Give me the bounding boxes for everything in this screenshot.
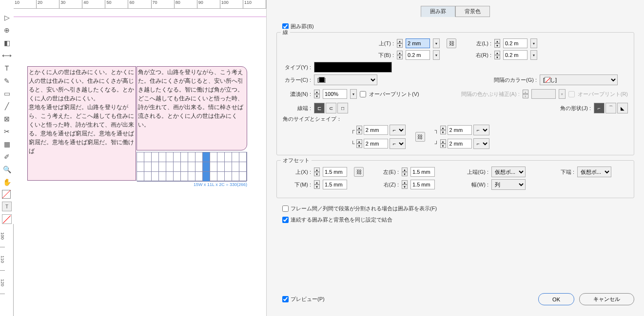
dialog-footer: プレビュー(P) OK キャンセル <box>276 288 634 310</box>
corner-miter[interactable]: ⌐ <box>594 103 605 113</box>
label-corner-shape: 角の形状(J) <box>560 105 591 112</box>
corner-br-shape[interactable]: ⌐ <box>473 138 489 149</box>
off-z-input[interactable] <box>410 180 435 189</box>
label-noudo: 濃淡(N) <box>283 91 311 98</box>
pen-tool[interactable]: ✎ <box>2 76 12 86</box>
corner-bl-icon: └ <box>351 141 355 147</box>
canvas-area[interactable]: とかくに人の世は住みにくい。とかくに人の世は住みにくい。住みにくさが高じると、安… <box>14 9 266 316</box>
ok-button[interactable]: OK <box>538 293 574 305</box>
continuous-label: 連続する囲み罫と背景色を同じ設定で結合 <box>291 216 392 223</box>
offset-fieldset: オフセット 上(X) ▲▼ ⛓ 左(E) ▲▼ 上端(G) 仮想ボ... 下端 … <box>276 160 634 198</box>
fill-stroke-swatch[interactable] <box>2 190 11 199</box>
left-spinner[interactable]: ▲▼ <box>494 39 500 48</box>
label-right: 右(R) <box>463 52 491 59</box>
eyedropper-tool[interactable]: ✐ <box>2 152 12 162</box>
corner-bevel[interactable]: ◣ <box>617 103 628 113</box>
noudo-dd[interactable]: ▼ <box>350 89 357 99</box>
top-spinner[interactable]: ▲▼ <box>397 39 403 48</box>
right-spinner[interactable]: ▲▼ <box>494 51 500 59</box>
rectangle-tool[interactable]: ▭ <box>2 89 12 98</box>
left-dd[interactable]: ▼ <box>530 38 537 48</box>
right-input[interactable] <box>503 50 527 60</box>
off-w-select[interactable]: 列 <box>491 179 526 190</box>
corner-tl-input[interactable] <box>364 125 388 135</box>
off-m-spinner[interactable]: ▲▼ <box>314 180 320 189</box>
corner-tr-shape[interactable]: ⌐ <box>473 125 489 135</box>
overprint-checkbox[interactable] <box>360 91 366 97</box>
preview-checkbox[interactable] <box>282 296 289 302</box>
corner-bl-shape[interactable]: ⌐ <box>390 138 406 149</box>
off-x-input[interactable] <box>323 167 347 177</box>
label-off-w: 幅(W) <box>460 181 488 188</box>
lineend-round[interactable]: ⊂ <box>326 103 336 113</box>
scissors-tool[interactable]: ✂ <box>2 127 12 136</box>
lineend-project[interactable]: □ <box>337 103 348 113</box>
top-input[interactable] <box>406 38 430 48</box>
corner-br-icon: ┘ <box>435 141 439 147</box>
line-tool[interactable]: ╱ <box>2 101 12 111</box>
corner-shape-group: ⌐ ⌒ ◣ <box>594 103 628 113</box>
corner-br-spinner[interactable]: ▲▼ <box>440 139 446 148</box>
bottom-spinner[interactable]: ▲▼ <box>397 51 403 59</box>
gap-tool[interactable]: ⟷ <box>2 51 12 60</box>
corner-tl-spinner[interactable]: ▲▼ <box>356 126 362 134</box>
gradient-tool[interactable]: ▦ <box>2 139 12 149</box>
stroke-fieldset: 線 上(T) ▲▼ ▼ ⛓ 左(L) ▲▼ ▼ 下(B) ▲▼ ▼ 右(R) ▲… <box>276 32 634 155</box>
left-input[interactable] <box>503 38 527 48</box>
tab-bgcolor[interactable]: 背景色 <box>455 6 490 17</box>
label-type: タイプ(Y) <box>283 64 311 71</box>
off-e-input[interactable] <box>410 167 435 177</box>
direct-select-tool[interactable]: ⊕ <box>2 25 12 35</box>
link-stroke-icon[interactable]: ⛓ <box>447 38 456 48</box>
offset-legend: オフセット <box>281 157 312 164</box>
type-select[interactable]: ━━━━━━━━ <box>314 62 392 73</box>
off-z-spinner[interactable]: ▲▼ <box>402 180 408 189</box>
type-tool[interactable]: T <box>2 63 12 73</box>
kakomikei-label: 囲み罫(B) <box>291 23 314 30</box>
label-off-bottom: 下端 <box>546 168 574 176</box>
selection-tool[interactable]: ▷ <box>2 13 12 22</box>
corner-tl-shape[interactable]: ⌐ <box>390 125 406 135</box>
off-m-input[interactable] <box>323 180 347 189</box>
corner-bl-spinner[interactable]: ▲▼ <box>356 139 362 148</box>
hand-tool[interactable]: ✋ <box>2 177 12 187</box>
paragraph-rules-dialog: 囲み罫 背景色 囲み罫(B) 線 上(T) ▲▼ ▼ ⛓ 左(L) ▲▼ ▼ 下… <box>267 0 644 316</box>
ruler-horizontal: 102030405060708090100110 <box>14 0 266 9</box>
link-offset-icon[interactable]: ⛓ <box>354 167 364 177</box>
noudo-spinner[interactable]: ▲▼ <box>314 90 320 98</box>
frame-tool[interactable]: ⊠ <box>2 114 12 124</box>
overprint-r-checkbox <box>568 91 575 97</box>
cancel-button[interactable]: キャンセル <box>579 293 634 305</box>
lineend-butt[interactable]: ⊏ <box>314 103 325 113</box>
corner-round[interactable]: ⌒ <box>605 103 616 113</box>
label-gap-color: 間隔のカラー(G) <box>494 76 537 84</box>
zoom-tool[interactable]: 🔍 <box>2 165 12 174</box>
continuous-checkbox[interactable] <box>282 217 289 223</box>
off-bottom-select[interactable]: 仮想ボ... <box>577 167 611 177</box>
text-column-1[interactable]: とかくに人の世は住みにくい。とかくに人の世は住みにくい。住みにくさが高じると、安… <box>27 66 136 181</box>
none-swatch-icon <box>545 77 550 83</box>
noudo-input[interactable] <box>323 89 347 99</box>
page-tool[interactable]: ◧ <box>2 38 12 48</box>
corner-br-input[interactable] <box>448 139 472 149</box>
tab-bar: 囲み罫 背景色 <box>276 6 634 17</box>
top-dd[interactable]: ▼ <box>433 38 440 48</box>
text-column-2[interactable]: 角が立つ。山路を登りながら、こう考えた。住みにくさが高じると、安い所へ引き越した… <box>137 66 247 150</box>
guide-line <box>14 17 266 17</box>
off-g-select[interactable]: 仮想ボ... <box>491 167 526 177</box>
format-tool[interactable]: T <box>2 202 12 211</box>
frame-split-checkbox[interactable] <box>282 205 289 212</box>
bottom-input[interactable] <box>406 50 430 60</box>
gap-color-select[interactable]: [なし] <box>540 74 618 85</box>
none-swatch[interactable] <box>2 214 12 224</box>
corner-bl-input[interactable] <box>364 139 388 149</box>
corner-tr-spinner[interactable]: ▲▼ <box>440 126 446 134</box>
bottom-dd[interactable]: ▼ <box>433 50 440 60</box>
corner-tr-input[interactable] <box>448 125 472 135</box>
tab-kakomikei[interactable]: 囲み罫 <box>421 6 455 17</box>
right-dd[interactable]: ▼ <box>530 50 537 60</box>
label-off-x: 上(X) <box>283 168 311 176</box>
link-corners-icon[interactable]: ⛓ <box>415 132 425 142</box>
off-e-spinner[interactable]: ▲▼ <box>402 167 408 176</box>
off-x-spinner[interactable]: ▲▼ <box>314 167 320 176</box>
